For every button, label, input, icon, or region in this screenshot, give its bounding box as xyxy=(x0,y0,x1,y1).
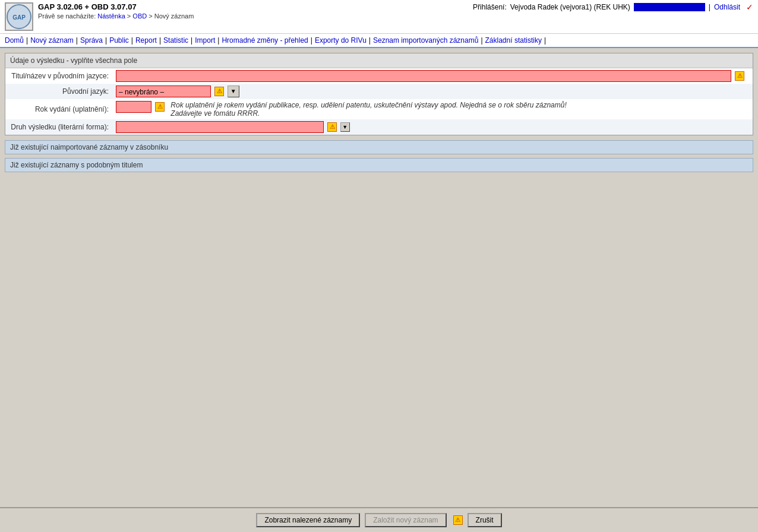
title-warning-icon: ⚠ xyxy=(735,71,744,81)
language-dropdown-button[interactable]: ▼ xyxy=(228,86,239,97)
form-header: Údaje o výsledku - vyplňte všechna pole xyxy=(5,53,753,68)
header: GAP GAP 3.02.06 + OBD 3.07.07 Právě se n… xyxy=(0,0,758,34)
app-title: GAP 3.02.06 + OBD 3.07.07 xyxy=(38,2,194,11)
imported-section-bar[interactable]: Již existující naimportované záznamy v z… xyxy=(5,140,753,154)
svg-text:GAP: GAP xyxy=(12,14,26,21)
nav-public[interactable]: Public xyxy=(109,36,129,45)
druh-filter-button[interactable]: ▼ xyxy=(340,122,350,132)
title-input[interactable] xyxy=(116,70,731,82)
year-input[interactable] xyxy=(116,101,151,113)
nav-hromadne[interactable]: Hromadné změny - přehled xyxy=(222,36,308,45)
druh-warning-icon: ⚠ xyxy=(327,122,337,132)
year-cell: ⚠ Rok uplatnění je rokem vydání publikac… xyxy=(112,99,753,119)
druh-row: Druh výsledku (literární forma): ⚠ ▼ xyxy=(5,119,753,135)
logout-button[interactable]: Odhlásit xyxy=(714,3,740,11)
nav-domu[interactable]: Domů xyxy=(5,36,24,45)
nav-sprava[interactable]: Správa xyxy=(80,36,103,45)
druh-cell: ⚠ ▼ xyxy=(112,119,753,135)
language-label: Původní jazyk: xyxy=(5,84,112,99)
nav-exporty[interactable]: Exporty do RIVu xyxy=(315,36,367,45)
navbar: Domů | Nový záznam | Správa | Public | R… xyxy=(0,34,758,48)
language-cell: – nevybráno – ⚠ ▼ xyxy=(112,84,753,99)
header-right: Přihlášení: Vejvoda Radek (vejvora1) (RE… xyxy=(473,2,753,12)
breadcrumb-label: Právě se nacházíte: xyxy=(38,12,96,20)
similar-section-bar[interactable]: Již existující záznamy s podobným titule… xyxy=(5,158,753,172)
year-warning-icon: ⚠ xyxy=(155,102,165,112)
breadcrumb-home[interactable]: Nástěnka xyxy=(97,12,125,20)
main-content: Údaje o výsledku - vyplňte všechna pole … xyxy=(0,48,758,180)
nav-statistic[interactable]: Statistic xyxy=(163,36,188,45)
breadcrumb-sep2: > xyxy=(149,12,152,20)
breadcrumb: Právě se nacházíte: Nástěnka > OBD > Nov… xyxy=(38,12,194,20)
form-section: Údaje o výsledku - vyplňte všechna pole … xyxy=(5,53,753,135)
imported-section-label: Již existující naimportované záznamy v z… xyxy=(10,143,168,151)
language-warning-icon: ⚠ xyxy=(214,87,224,96)
checkmark-icon: ✓ xyxy=(746,2,753,12)
nav-seznam[interactable]: Seznam importovaných záznamů xyxy=(373,36,478,45)
login-user: Vejvoda Radek (vejvora1) (REK UHK) xyxy=(510,3,630,11)
progress-bar xyxy=(634,3,705,11)
druh-label: Druh výsledku (literární forma): xyxy=(5,119,112,135)
year-row: Rok vydání (uplatnění): ⚠ Rok uplatnění … xyxy=(5,99,753,119)
similar-section-label: Již existující záznamy s podobným titule… xyxy=(10,161,143,169)
breadcrumb-obd[interactable]: OBD xyxy=(132,12,147,20)
year-info-line1: Rok uplatnění je rokem vydání publikace,… xyxy=(170,101,566,109)
nav-report[interactable]: Report xyxy=(135,36,157,45)
title-label: Titul/název v původním jazyce: xyxy=(5,68,112,84)
logo: GAP xyxy=(5,2,33,31)
form-table2: Druh výsledku (literární forma): ⚠ ▼ xyxy=(5,119,753,135)
login-label: Přihlášení: xyxy=(473,3,507,11)
year-info-line2: Zadávejte ve fomátu RRRR. xyxy=(170,109,566,118)
year-label: Rok vydání (uplatnění): xyxy=(5,99,112,119)
title-cell: ⚠ xyxy=(112,68,753,84)
druh-input[interactable] xyxy=(116,121,324,133)
year-info-box: Rok uplatnění je rokem vydání publikace,… xyxy=(170,101,566,118)
nav-novy-zaznam[interactable]: Nový záznam xyxy=(30,36,74,45)
header-left: GAP GAP 3.02.06 + OBD 3.07.07 Právě se n… xyxy=(5,2,194,31)
header-titles: GAP 3.02.06 + OBD 3.07.07 Právě se nachá… xyxy=(38,2,194,20)
breadcrumb-current: Nový záznam xyxy=(154,12,194,20)
pipe-sep: | xyxy=(709,3,710,11)
title-row: Titul/název v původním jazyce: ⚠ xyxy=(5,68,753,84)
language-row: Původní jazyk: – nevybráno – ⚠ ▼ xyxy=(5,84,753,99)
breadcrumb-sep1: > xyxy=(127,12,131,20)
language-value: – nevybráno – xyxy=(116,86,211,97)
nav-zakladni[interactable]: Základní statistiky xyxy=(485,36,542,45)
form-table: Titul/název v původním jazyce: ⚠ Původní… xyxy=(5,68,753,119)
nav-import[interactable]: Import xyxy=(195,36,215,45)
